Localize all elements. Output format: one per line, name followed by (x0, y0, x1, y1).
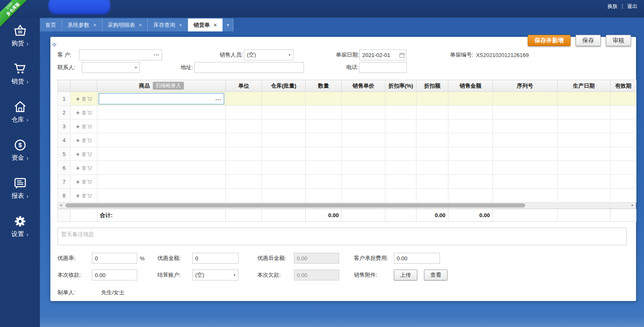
horizontal-scrollbar[interactable]: ◄ ► (58, 202, 636, 209)
close-icon[interactable]: × (93, 22, 97, 28)
product-cell[interactable] (97, 133, 226, 147)
save-button[interactable]: 保存 (576, 35, 601, 46)
grid-cell[interactable] (493, 161, 558, 175)
select-product-icon[interactable] (87, 110, 93, 115)
grid-cell[interactable] (416, 106, 448, 119)
change-skin-link[interactable]: 换肤 (607, 3, 618, 10)
account-select[interactable]: (空) ▾ (192, 270, 238, 280)
sidebar-item-sales[interactable]: 销货› (0, 62, 40, 100)
grid-cell[interactable] (306, 161, 342, 175)
grid-cell[interactable] (493, 92, 558, 106)
sidebar-item-settings[interactable]: 设置› (0, 214, 40, 252)
product-cell[interactable] (97, 161, 226, 175)
grid-cell[interactable] (385, 161, 416, 175)
grid-cell[interactable] (262, 133, 306, 147)
scrollbar-thumb[interactable] (65, 203, 525, 208)
calendar-icon[interactable] (399, 52, 405, 60)
grid-cell[interactable] (385, 189, 416, 202)
view-button[interactable]: 查看 (424, 270, 448, 280)
grid-cell[interactable] (558, 106, 610, 119)
tab-inventory-query[interactable]: 库存查询× (148, 18, 188, 31)
grid-cell[interactable] (448, 92, 493, 106)
add-row-icon[interactable]: + (75, 152, 81, 157)
tab-sales-order[interactable]: 销货单× (188, 18, 223, 31)
grid-cell[interactable] (226, 161, 262, 175)
grid-cell[interactable] (226, 133, 262, 147)
panel-pin-icon[interactable] (52, 41, 57, 49)
grid-cell[interactable] (226, 92, 262, 106)
remark-textarea[interactable] (58, 228, 627, 245)
add-row-icon[interactable]: + (75, 166, 81, 171)
grid-cell[interactable] (448, 161, 493, 175)
grid-cell[interactable] (385, 147, 416, 161)
grid-cell[interactable] (558, 189, 610, 202)
grid-cell[interactable] (610, 175, 636, 189)
grid-cell[interactable] (610, 92, 636, 106)
close-icon[interactable]: × (179, 22, 182, 28)
grid-cell[interactable] (342, 106, 385, 119)
phone-input[interactable] (359, 62, 407, 73)
tab-list-dropdown[interactable]: ▾ (223, 18, 233, 31)
customer-input[interactable] (79, 49, 162, 60)
grid-cell[interactable] (342, 133, 385, 147)
grid-cell[interactable] (342, 92, 385, 106)
product-picker-button[interactable]: ... (215, 95, 221, 101)
grid-cell[interactable] (306, 106, 342, 119)
grid-cell[interactable] (226, 119, 262, 133)
logout-link[interactable]: 退出 (627, 3, 637, 10)
grid-cell[interactable] (226, 147, 262, 161)
sidebar-item-funds[interactable]: $ 资金› (0, 138, 40, 176)
select-product-icon[interactable] (87, 179, 93, 184)
grid-cell[interactable] (558, 133, 610, 147)
grid-cell[interactable] (226, 189, 262, 202)
grid-cell[interactable] (416, 161, 448, 175)
grid-cell[interactable] (610, 147, 636, 161)
grid-cell[interactable] (448, 147, 493, 161)
grid-cell[interactable] (416, 119, 448, 133)
customer-fee-input[interactable] (394, 253, 440, 264)
grid-cell[interactable] (558, 92, 610, 106)
grid-cell[interactable] (306, 147, 342, 161)
tab-purchase-detail[interactable]: 采购明细表× (102, 18, 148, 31)
received-input[interactable] (92, 270, 137, 280)
scroll-right-icon[interactable]: ► (630, 202, 636, 208)
add-row-icon[interactable]: + (75, 96, 81, 101)
product-cell[interactable] (97, 189, 226, 202)
sidebar-item-warehouse[interactable]: 仓库› (0, 100, 40, 138)
grid-cell[interactable] (610, 119, 636, 133)
scroll-left-icon[interactable]: ◄ (58, 202, 64, 208)
select-product-icon[interactable] (87, 96, 93, 101)
add-row-icon[interactable]: + (75, 124, 81, 129)
grid-cell[interactable] (493, 133, 558, 147)
grid-cell[interactable] (342, 119, 385, 133)
grid-cell[interactable] (385, 92, 416, 106)
grid-cell[interactable] (493, 119, 558, 133)
grid-cell[interactable] (306, 119, 342, 133)
grid-cell[interactable] (558, 175, 610, 189)
discount-rate-input[interactable] (92, 253, 137, 264)
delete-row-icon[interactable] (81, 138, 87, 143)
grid-cell[interactable] (262, 147, 306, 161)
select-product-icon[interactable] (87, 152, 93, 157)
grid-cell[interactable] (558, 161, 610, 175)
grid-cell[interactable] (448, 175, 493, 189)
grid-cell[interactable] (448, 189, 493, 202)
select-product-icon[interactable] (87, 166, 93, 171)
grid-cell[interactable] (493, 106, 558, 119)
grid-cell[interactable] (342, 189, 385, 202)
grid-cell[interactable] (385, 119, 416, 133)
delete-row-icon[interactable] (81, 179, 87, 184)
grid-cell[interactable] (262, 189, 306, 202)
delete-row-icon[interactable] (81, 96, 87, 101)
grid-cell[interactable] (262, 119, 306, 133)
grid-cell[interactable] (342, 175, 385, 189)
grid-cell[interactable] (610, 106, 636, 119)
grid-cell[interactable] (342, 147, 385, 161)
sidebar-item-purchase[interactable]: 购货› (0, 23, 40, 62)
upload-button[interactable]: 上传 (394, 270, 417, 280)
grid-cell[interactable] (385, 133, 416, 147)
close-icon[interactable]: × (139, 22, 142, 28)
grid-cell[interactable] (262, 106, 306, 119)
customer-picker-button[interactable]: ... (154, 50, 160, 57)
grid-cell[interactable] (306, 175, 342, 189)
